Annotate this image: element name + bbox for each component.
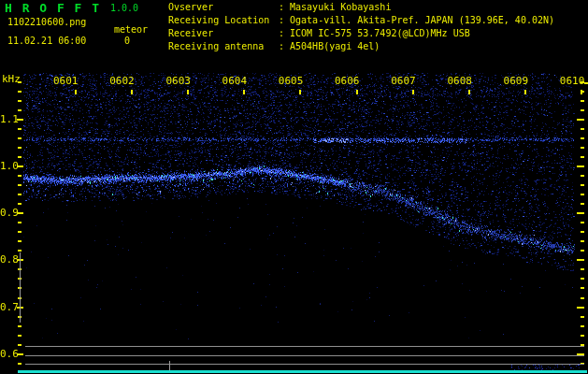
hrofft-output-image: H R O F F T 1.0.0 1102210600.png meteor … xyxy=(0,0,588,374)
info-value: : ICOM IC-575 53.7492(@LCD)MHz USB xyxy=(279,28,470,38)
freq-tick-right xyxy=(581,231,584,233)
freq-tick-left xyxy=(18,175,22,177)
baseline-cyan-line xyxy=(18,370,587,373)
freq-label-0.6: 0.6 xyxy=(0,349,18,359)
freq-tick-right xyxy=(577,165,584,167)
time-label-0608: 0608 xyxy=(447,76,472,86)
freq-tick-right xyxy=(581,203,584,205)
app-version: 1.0.0 xyxy=(110,4,138,13)
freq-tick-left xyxy=(18,250,22,252)
info-row-1: Receiving Location: Ogata-vill. Akita-Pr… xyxy=(168,16,554,25)
freq-tick-right xyxy=(581,268,584,270)
info-label: Ovserver xyxy=(168,3,279,12)
freq-tick-right xyxy=(577,307,584,309)
time-label-0603: 0603 xyxy=(165,76,191,86)
freq-tick-right xyxy=(581,316,584,318)
time-tick-0603 xyxy=(187,90,189,94)
time-label-0606: 0606 xyxy=(335,76,360,86)
time-tick-0605 xyxy=(299,90,301,94)
bottom-reference-line-0 xyxy=(25,346,584,347)
freq-tick-right xyxy=(577,259,584,261)
freq-tick-right xyxy=(577,119,584,121)
time-label-0604: 0604 xyxy=(222,76,248,86)
freq-tick-right xyxy=(581,325,584,327)
freq-tick-right xyxy=(577,212,584,214)
freq-tick-right xyxy=(581,335,584,337)
time-tick-0608 xyxy=(468,90,470,94)
freq-tick-right xyxy=(581,109,584,111)
freq-tick-right xyxy=(581,137,584,139)
bottom-reference-line-2 xyxy=(25,364,584,365)
info-label: Receiving antenna xyxy=(168,42,279,51)
freq-tick-right xyxy=(581,278,584,280)
freq-tick-right xyxy=(581,287,584,289)
time-tick-0601 xyxy=(75,90,77,94)
freq-label-1.1: 1.1 xyxy=(0,114,18,124)
freq-tick-left xyxy=(18,222,22,223)
freq-tick-right xyxy=(581,175,584,177)
freq-tick-left xyxy=(18,231,22,233)
info-row-0: Ovserver: Masayuki Kobayashi xyxy=(168,3,391,12)
freq-tick-left xyxy=(18,128,22,130)
freq-tick-right xyxy=(581,184,584,186)
freq-tick-right xyxy=(581,297,584,299)
freq-label-0.8: 0.8 xyxy=(0,254,18,265)
freq-tick-left xyxy=(18,203,22,205)
time-tick-end xyxy=(584,82,588,84)
freq-label-1.0: 1.0 xyxy=(0,161,18,171)
freq-tick-left xyxy=(18,81,22,83)
echo-count: 0 xyxy=(124,36,130,46)
info-value: : Ogata-vill. Akita-Pref. JAPAN (139.96E… xyxy=(279,15,554,25)
freq-tick-right xyxy=(581,100,584,102)
time-label-0605: 0605 xyxy=(279,76,304,86)
freq-tick-right xyxy=(581,240,584,242)
freq-tick-left xyxy=(18,100,22,102)
time-tick-0606 xyxy=(356,90,358,94)
signal-spike-line xyxy=(20,252,21,323)
info-row-3: Receiving antenna: A504HB(yagi 4el) xyxy=(168,42,380,51)
freq-tick-left xyxy=(18,194,22,195)
freq-tick-right xyxy=(581,156,584,158)
freq-tick-right xyxy=(581,222,584,223)
freq-label-0.7: 0.7 xyxy=(0,302,18,312)
time-tick-0602 xyxy=(131,90,133,94)
freq-tick-left xyxy=(18,344,22,346)
app-title: H R O F F T xyxy=(5,2,101,14)
time-tick-0604 xyxy=(243,90,245,94)
bottom-reference-line-1 xyxy=(25,355,584,356)
freq-tick-left xyxy=(18,109,22,111)
freq-tick-right xyxy=(581,194,584,195)
freq-tick-right xyxy=(581,147,584,149)
freq-tick-right xyxy=(581,81,584,83)
output-filename: 1102210600.png xyxy=(7,18,86,27)
info-value: : A504HB(yagi 4el) xyxy=(279,41,380,51)
freq-tick-left xyxy=(18,325,22,327)
time-label-0602: 0602 xyxy=(109,76,135,86)
info-label: Receiver xyxy=(168,29,279,38)
freq-tick-right xyxy=(581,250,584,252)
freq-tick-left xyxy=(18,91,22,93)
freq-tick-left xyxy=(18,184,22,186)
freq-tick-left xyxy=(18,156,22,158)
freq-tick-left xyxy=(18,137,22,139)
freq-tick-left xyxy=(18,240,22,242)
mode-label: meteor xyxy=(114,25,148,35)
freq-label-0.9: 0.9 xyxy=(0,208,18,218)
time-label-0601: 0601 xyxy=(53,76,79,86)
freq-tick-right xyxy=(581,91,584,93)
time-label-0609: 0609 xyxy=(504,76,529,86)
info-row-2: Receiver: ICOM IC-575 53.7492(@LCD)MHz U… xyxy=(168,29,470,38)
time-tick-0609 xyxy=(524,90,526,94)
spectrogram-canvas xyxy=(0,0,588,374)
observation-datetime: 11.02.21 06:00 xyxy=(7,36,86,46)
freq-tick-left xyxy=(18,363,22,365)
info-label: Receiving Location xyxy=(168,16,279,25)
freq-tick-left xyxy=(18,335,22,337)
time-tick-0607 xyxy=(412,90,414,94)
time-label-0607: 0607 xyxy=(391,76,416,86)
freq-tick-right xyxy=(581,128,584,130)
info-value: : Masayuki Kobayashi xyxy=(279,2,391,12)
freq-tick-left xyxy=(18,147,22,149)
